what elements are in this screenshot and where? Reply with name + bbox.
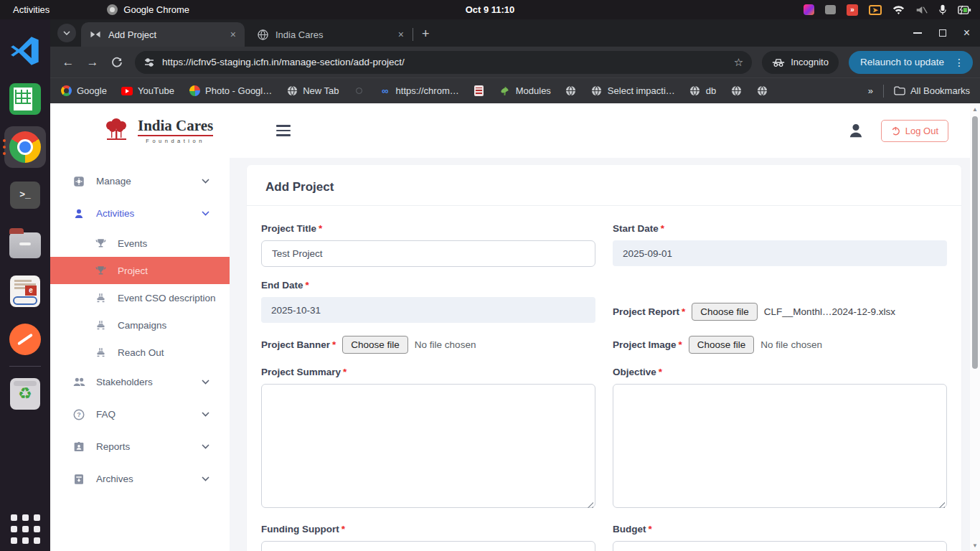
google-icon: [61, 85, 72, 96]
relaunch-to-update-button[interactable]: Relaunch to update ⋮: [849, 51, 973, 74]
sidebar-item-stakeholders[interactable]: Stakeholders: [50, 366, 230, 398]
close-icon[interactable]: ×: [963, 27, 970, 39]
project-report-choose-file-button[interactable]: Choose file: [692, 303, 758, 321]
address-bar[interactable]: https://icfnv5-staging.icfn.in/manage-se…: [135, 51, 752, 74]
sidebar-item-project[interactable]: Project: [50, 257, 230, 284]
restore-icon[interactable]: [939, 29, 946, 37]
plant-icon: [500, 85, 510, 96]
field-project-summary: Project Summary*: [261, 367, 595, 511]
page-scrollbar[interactable]: ▲ ▼: [970, 103, 980, 551]
tab-add-project[interactable]: Add Project ×: [81, 22, 245, 47]
dock-item-vscode[interactable]: [0, 27, 50, 75]
bookmark-select-impact[interactable]: Select impacti…: [591, 85, 675, 97]
close-tab-icon[interactable]: ×: [229, 29, 237, 40]
dock-item-libreoffice-calc[interactable]: [0, 75, 50, 123]
chevron-down-icon: [202, 179, 209, 184]
close-tab-icon[interactable]: ×: [397, 29, 405, 40]
bookmark-new-tab[interactable]: New Tab: [286, 85, 339, 97]
chevron-down-icon: [202, 412, 209, 417]
sidebar-item-archives[interactable]: Archives: [50, 463, 230, 495]
sidebar-item-event-cso-description[interactable]: Event CSO description: [50, 284, 230, 311]
field-project-banner: Project Banner* Choose file No file chos…: [261, 336, 595, 354]
bookmark-star-icon[interactable]: ☆: [734, 56, 743, 69]
bookmark-bajaj[interactable]: [473, 85, 485, 97]
budget-input[interactable]: [613, 541, 947, 551]
funding-support-input[interactable]: [261, 541, 595, 551]
minimize-icon[interactable]: [913, 32, 922, 34]
new-tab-button[interactable]: +: [422, 27, 430, 42]
sidebar-item-faq[interactable]: ? FAQ: [50, 398, 230, 430]
tab-search-button[interactable]: [57, 24, 76, 42]
sidebar-item-reach-out[interactable]: Reach Out: [50, 339, 230, 366]
objective-textarea[interactable]: [613, 384, 947, 508]
focused-app-indicator[interactable]: Google Chrome: [107, 4, 189, 15]
url-text[interactable]: https://icfnv5-staging.icfn.in/manage-se…: [162, 57, 727, 67]
project-title-input[interactable]: [261, 240, 595, 267]
brand-name: India Cares: [138, 118, 213, 136]
sidebar-item-reports[interactable]: Reports: [50, 430, 230, 463]
incognito-icon: [772, 57, 785, 67]
badge-icon: [72, 441, 86, 453]
menu-toggle-button[interactable]: [276, 125, 291, 136]
chrome-menu-icon[interactable]: ⋮: [951, 57, 967, 68]
field-budget: Budget*: [613, 524, 947, 551]
all-bookmarks-button[interactable]: All Bookmarks: [894, 85, 970, 97]
site-settings-icon[interactable]: [143, 57, 155, 68]
sidebar-item-events[interactable]: Events: [50, 230, 230, 257]
sidebar-item-campaigns[interactable]: Campaigns: [50, 311, 230, 339]
bookmark-chrome-link[interactable]: ∞https://chrom…: [380, 85, 459, 97]
clock[interactable]: Oct 9 11:10: [466, 4, 515, 15]
reload-icon[interactable]: [106, 52, 128, 73]
bookmarks-divider: [883, 85, 884, 98]
globe-icon: [757, 85, 768, 96]
globe-icon: [731, 85, 742, 96]
project-summary-textarea[interactable]: [261, 384, 595, 508]
bookmark-youtube[interactable]: YouTube: [121, 85, 174, 97]
back-icon[interactable]: ←: [57, 52, 79, 73]
dock-item-google-chrome[interactable]: [0, 123, 50, 171]
bookmark-unnamed[interactable]: [565, 85, 577, 97]
end-date-input[interactable]: [261, 297, 595, 323]
logout-button[interactable]: Log Out: [881, 120, 948, 142]
libreoffice-calc-icon: [9, 83, 41, 115]
dock-item-postman[interactable]: [0, 315, 50, 363]
globe-icon: [689, 85, 700, 96]
sidebar-item-activities[interactable]: Activities: [50, 197, 230, 230]
activities-button[interactable]: Activities: [0, 4, 62, 15]
bookmarks-overflow-chevron[interactable]: »: [868, 85, 873, 96]
project-banner-choose-file-button[interactable]: Choose file: [342, 336, 408, 354]
dock-item-trash[interactable]: ♻: [0, 369, 50, 418]
project-image-choose-file-button[interactable]: Choose file: [689, 336, 755, 354]
chat-icon: [825, 5, 836, 14]
help-icon: ?: [72, 408, 86, 421]
bookmark-unnamed[interactable]: [756, 85, 768, 97]
google-chrome-icon: [9, 131, 41, 163]
battery-charging-icon: [958, 5, 971, 15]
bookmark-google-photos[interactable]: Photo - Googl…: [189, 85, 272, 97]
bookmark-unnamed[interactable]: [354, 85, 365, 97]
bookmark-db[interactable]: db: [689, 85, 716, 97]
bookmark-unnamed[interactable]: [730, 85, 742, 97]
dock-item-terminal[interactable]: >_: [0, 171, 50, 219]
india-cares-logo[interactable]: India Cares Foundation: [100, 117, 213, 144]
scroll-up-icon[interactable]: ▲: [970, 104, 980, 114]
stamp-icon: [93, 347, 108, 359]
dock-item-document-viewer[interactable]: e: [0, 267, 50, 315]
scroll-down-icon[interactable]: ▼: [970, 540, 980, 550]
postman-icon: [9, 324, 41, 355]
globe-icon: [565, 85, 576, 96]
show-applications-button[interactable]: [0, 514, 50, 544]
user-avatar-icon[interactable]: [847, 121, 865, 140]
forward-icon[interactable]: →: [82, 52, 103, 73]
sidebar-item-manage[interactable]: Manage: [50, 165, 230, 197]
system-tray[interactable]: » ➤: [804, 4, 980, 16]
tab-india-cares[interactable]: India Cares ×: [249, 22, 413, 47]
start-date-input[interactable]: [613, 240, 947, 266]
dock-item-files[interactable]: [0, 219, 50, 267]
scrollbar-thumb[interactable]: [972, 116, 978, 369]
bajaj-icon: [474, 85, 484, 96]
bookmark-modules[interactable]: Modules: [499, 85, 551, 97]
placeholder-favicon: [356, 88, 362, 94]
chevron-down-icon: [202, 211, 209, 216]
bookmark-google[interactable]: Google: [60, 85, 107, 97]
